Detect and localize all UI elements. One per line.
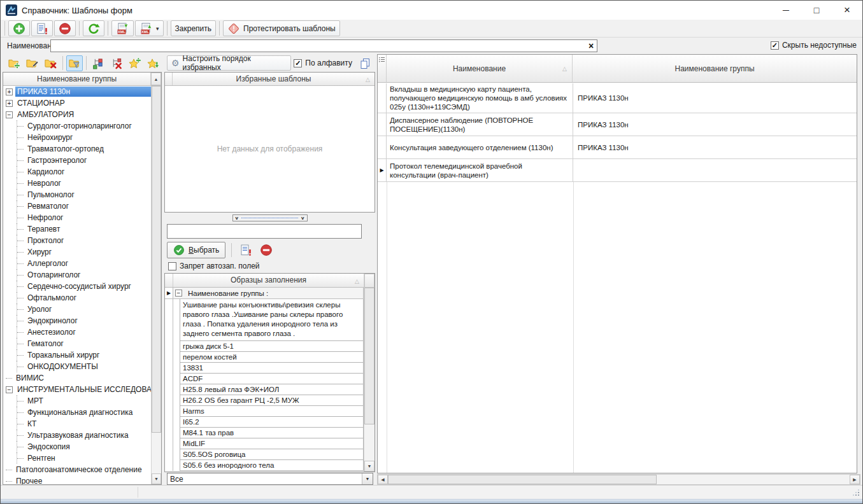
sample-row[interactable]: перелом костей bbox=[165, 352, 364, 363]
tree-item[interactable]: Прочее bbox=[3, 475, 151, 484]
alphabet-checkbox[interactable]: ✓ По алфавиту bbox=[294, 59, 352, 67]
tree-item[interactable]: Кардиолог bbox=[3, 166, 151, 178]
splitter-control[interactable]: v v bbox=[232, 214, 308, 221]
tree-item[interactable]: Гастроэнтеролог bbox=[3, 155, 151, 166]
sample-row[interactable]: H26.2 OS без гарант РЦ -2,5 МУЖ bbox=[165, 395, 364, 406]
import-dropdown-icon[interactable]: ▾ bbox=[156, 25, 159, 32]
edit-group-button[interactable] bbox=[24, 55, 41, 71]
test-templates-button[interactable]: ! Протестировать шаблоны bbox=[223, 20, 340, 36]
template-group-cell[interactable]: ПРИКАЗ 1130н bbox=[573, 113, 857, 136]
template-group-cell[interactable] bbox=[573, 159, 857, 181]
tree-item[interactable]: +СТАЦИОНАР bbox=[3, 97, 151, 109]
close-button[interactable]: × bbox=[832, 1, 862, 20]
tree-item[interactable]: Эндокринолог bbox=[3, 315, 151, 326]
combo-dropdown-icon[interactable]: ▼ bbox=[362, 473, 373, 484]
name-filter-input[interactable] bbox=[51, 40, 585, 52]
delete-group-button[interactable] bbox=[42, 55, 59, 71]
favorites-header-cell[interactable]: Избранные шаблоны bbox=[173, 73, 374, 85]
delete-sample-button[interactable] bbox=[258, 242, 275, 258]
samples-header-cell[interactable]: Образцы заполнения bbox=[173, 274, 364, 287]
template-name-cell[interactable]: Протокол телемедицинской врачебной консу… bbox=[387, 159, 573, 181]
sample-text[interactable]: Ушивание раны конъюнктивы\ревизия склеры… bbox=[180, 299, 364, 341]
sample-row[interactable]: 13831 bbox=[165, 363, 364, 374]
ban-autofill-checkbox[interactable]: Запрет автозап. полей bbox=[168, 262, 260, 270]
tree-item[interactable]: Травматолог-ортопед bbox=[3, 143, 151, 155]
expand-icon[interactable]: + bbox=[6, 100, 13, 107]
table-row[interactable]: Консультация заведующего отделением (113… bbox=[378, 136, 857, 159]
tree-item[interactable]: +ПРИКАЗ 1130н bbox=[3, 86, 151, 97]
sample-text[interactable]: 13831 bbox=[180, 363, 364, 374]
tree-scroll-down[interactable]: ▼ bbox=[152, 473, 161, 484]
table-row[interactable]: Диспансерное наблюдение (ПОВТОРНОЕ ПОСЕЩ… bbox=[378, 113, 857, 136]
pin-button[interactable]: Закрепить bbox=[171, 20, 216, 36]
sample-row[interactable]: Harms bbox=[165, 406, 364, 417]
export-xml-button[interactable]: XML bbox=[111, 20, 134, 36]
tree-item[interactable]: Терапевт bbox=[3, 223, 151, 235]
tree-item[interactable]: Уролог bbox=[3, 304, 151, 315]
hide-unavailable-checkbox[interactable]: ✓ Скрыть недоступные bbox=[771, 41, 857, 50]
sample-text[interactable]: H25.8 левый глаз ФЭК+ИОЛ bbox=[180, 384, 364, 395]
tree-scrollbar[interactable]: ▼ bbox=[151, 86, 161, 484]
tree-header-cell[interactable]: Наименование группы bbox=[3, 73, 151, 85]
samples-group-cell[interactable]: − Наименование группы : bbox=[173, 288, 364, 298]
grid-customize-corner[interactable] bbox=[378, 55, 387, 82]
tree-item[interactable]: Нефролог bbox=[3, 212, 151, 223]
template-group-cell[interactable]: ПРИКАЗ 1130н bbox=[573, 136, 857, 158]
sample-text[interactable]: S05.5OS роговица bbox=[180, 449, 364, 460]
add-group-button[interactable] bbox=[6, 55, 23, 71]
collapse-icon[interactable]: − bbox=[6, 386, 13, 393]
tree-item[interactable]: Ревматолог bbox=[3, 200, 151, 212]
add-button[interactable] bbox=[8, 20, 30, 36]
collapse-icon[interactable]: − bbox=[175, 290, 182, 297]
template-group-cell[interactable]: ПРИКАЗ 1130н bbox=[573, 83, 857, 113]
sample-row[interactable]: I65.2 bbox=[165, 417, 364, 428]
tree-item[interactable]: Гематолог bbox=[3, 338, 151, 349]
tree-item[interactable]: Патологоанатомическое отделение bbox=[3, 464, 151, 475]
tree-scroll-up[interactable]: ▲ bbox=[151, 73, 161, 85]
panel-splitter[interactable]: v v bbox=[164, 213, 375, 223]
tree-item[interactable]: −ИНСТРУМЕНТАЛЬНЫЕ ИССЛЕДОВАНИЯ bbox=[3, 384, 151, 395]
sample-row[interactable]: ACDF bbox=[165, 374, 364, 384]
tree-item[interactable]: Аллерголог bbox=[3, 258, 151, 269]
tree-item[interactable]: Ультразвуковая диагностика bbox=[3, 430, 151, 441]
templates-hscrollbar[interactable]: ◀ ▶ bbox=[377, 474, 860, 485]
tree-item[interactable]: Офтальмолог bbox=[3, 292, 151, 304]
favorite-down-button[interactable] bbox=[145, 55, 162, 71]
template-name-cell[interactable]: Вкладыш в медицинскую карту пациента, по… bbox=[387, 83, 573, 113]
tree-item[interactable]: КТ bbox=[3, 418, 151, 430]
table-row[interactable]: Вкладыш в медицинскую карту пациента, по… bbox=[378, 83, 857, 113]
sample-search-input[interactable] bbox=[168, 225, 361, 238]
sample-row[interactable]: H25.8 левый глаз ФЭК+ИОЛ bbox=[165, 384, 364, 395]
tree-item[interactable]: Функциональная диагностика bbox=[3, 407, 151, 418]
edit-sample-button[interactable] bbox=[238, 242, 254, 258]
sample-text[interactable]: I65.2 bbox=[180, 417, 364, 428]
hscroll-track[interactable] bbox=[657, 475, 850, 484]
tree-item[interactable]: −АМБУЛАТОРИЯ bbox=[3, 109, 151, 120]
samples-scrollbar-thumb[interactable] bbox=[364, 288, 374, 424]
tree-item[interactable]: ОНКОДОКУМЕНТЫ bbox=[3, 361, 151, 372]
samples-scroll-down[interactable]: ▼ bbox=[364, 461, 374, 472]
minimize-button[interactable]: ─ bbox=[771, 1, 801, 20]
column-header-group[interactable]: Наименование группы bbox=[573, 55, 857, 82]
sample-text[interactable]: ACDF bbox=[180, 374, 364, 384]
delete-button[interactable] bbox=[54, 20, 76, 36]
sample-row[interactable]: MidLIF bbox=[165, 438, 364, 449]
tree-item[interactable]: Торакальный хирург bbox=[3, 349, 151, 361]
tree-item[interactable]: Сурдолог-оториноларинголог bbox=[3, 120, 151, 132]
refresh-button[interactable] bbox=[83, 20, 104, 36]
table-row[interactable]: ▶Протокол телемедицинской врачебной конс… bbox=[378, 159, 857, 182]
hscroll-right[interactable]: ▶ bbox=[850, 475, 860, 484]
tree-item[interactable]: ВИМИС bbox=[3, 372, 151, 384]
hscroll-left[interactable]: ◀ bbox=[378, 475, 388, 484]
sample-row[interactable]: S05.5OS роговица bbox=[165, 449, 364, 460]
sample-row[interactable]: Ушивание раны конъюнктивы\ревизия склеры… bbox=[165, 299, 364, 341]
tree-item[interactable]: Проктолог bbox=[3, 235, 151, 246]
clear-order-button[interactable] bbox=[108, 55, 125, 71]
samples-scrollbar[interactable]: ▼ bbox=[364, 274, 374, 472]
samples-group-row[interactable]: ▶ − Наименование группы : bbox=[165, 288, 364, 299]
sample-text[interactable]: H26.2 OS без гарант РЦ -2,5 МУЖ bbox=[180, 395, 364, 406]
sample-text[interactable]: MidLIF bbox=[180, 438, 364, 449]
sample-row[interactable]: грыжа диск 5-1 bbox=[165, 341, 364, 352]
samples-filter-combo[interactable]: Все ▼ bbox=[167, 473, 373, 485]
column-header-name[interactable]: Наименование △ bbox=[387, 55, 573, 82]
